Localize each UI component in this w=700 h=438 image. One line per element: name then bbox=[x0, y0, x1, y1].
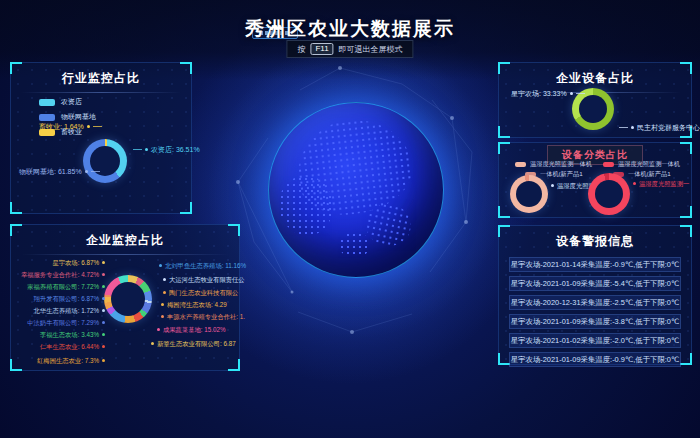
enterprise-label: 大运河生态牧业有限责任公 bbox=[163, 275, 245, 284]
callout-livestock: 畜牧业: 1.64% bbox=[39, 122, 102, 131]
legend-swatch bbox=[39, 114, 55, 121]
enterprise-label: 丰源水产养殖专业合作社: 1. bbox=[161, 312, 245, 321]
industry-donut-chart[interactable] bbox=[83, 139, 127, 183]
enterprise-label: 幸福服务专业合作社: 4.72% bbox=[15, 270, 105, 279]
legend-swatch bbox=[603, 162, 614, 167]
legend-label: 一体机(新产品1 bbox=[540, 170, 583, 179]
panel-title: 企业监控占比 bbox=[11, 225, 239, 249]
callout-store: 农资店: 36.51% bbox=[133, 145, 200, 154]
alarm-row: 星宇农场-2021-01-09采集温度:-3.8℃,低于下限:0℃ bbox=[509, 314, 681, 329]
enterprise-label: 李福生态农场: 3.43% bbox=[15, 330, 105, 339]
globe-continent-dots bbox=[279, 176, 331, 235]
enterprise-label: 家福养殖有限公司: 7.72% bbox=[15, 282, 105, 291]
legend-label: 温湿度光照监测一体机 bbox=[618, 160, 680, 169]
device-class-left-donut-chart[interactable] bbox=[510, 175, 548, 213]
enterprise-label: 星宇农场: 6.87% bbox=[15, 258, 105, 267]
legend-label: 一体机(新产品1 bbox=[628, 170, 671, 179]
enterprise-label: 中法奶牛有限公司: 7.29% bbox=[15, 318, 105, 327]
panel-industry-monitor: 行业监控占比 农资店 物联网基地 畜牧业 畜牧业: 1.64% 农资店: 36.… bbox=[10, 62, 192, 214]
globe-continent-dots bbox=[339, 232, 370, 258]
alarm-row: 星宇农场-2021-01-09采集温度:-0.9℃,低于下限:0℃ bbox=[509, 352, 681, 367]
callout-iot: 物联网基地: 61.85% bbox=[19, 167, 100, 176]
callout-device-class-right: 温湿度光照监测一 bbox=[633, 179, 689, 188]
legend-item-store[interactable]: 农资店 bbox=[39, 97, 191, 107]
panel-device-class: 设备分类占比 温湿度光照监测一体机 一体机(新产品1 温湿度光照监测一 温湿度光… bbox=[498, 142, 692, 218]
enterprise-label: 仁丰生态农业: 6.44% bbox=[15, 342, 105, 351]
device-class-right-donut-chart[interactable] bbox=[588, 173, 630, 215]
panel-title: 行业监控占比 bbox=[11, 63, 191, 87]
callout-device-share-left: 星宇农场: 33.33% bbox=[511, 89, 585, 98]
alarm-row: 星宇农场-2020-12-31采集温度:-2.5℃,低于下限:0℃ bbox=[509, 295, 681, 310]
alarm-row: 星宇农场-2021-01-14采集温度:-0.9℃,低于下限:0℃ bbox=[509, 257, 681, 272]
legend-swatch bbox=[39, 99, 55, 106]
panel-device-share: 企业设备占比 星宇农场: 33.33% 民主村党群服务中心: bbox=[498, 62, 692, 138]
enterprise-label: 陶门生态农业科技有限公 bbox=[163, 288, 238, 297]
panel-enterprise-monitor: 企业监控占比 星宇农场: 6.87% 幸福服务专业合作社: 4.72% 家福养殖… bbox=[10, 224, 240, 371]
enterprise-label: 红梅园生态农业: 7.3% bbox=[15, 356, 105, 365]
alarm-row: 星宇农场-2021-01-02采集温度:-2.0℃,低于下限:0℃ bbox=[509, 333, 681, 348]
enterprise-label: 北刘甲鱼生态养殖场: 11.16% bbox=[159, 261, 246, 270]
enterprise-label: 成果蔬菜基地: 15.02% bbox=[157, 325, 226, 334]
enterprise-label: 新篁生态农业有限公司: 6.87 bbox=[151, 339, 236, 348]
legend-item[interactable]: 温湿度光照监测一体机 bbox=[603, 160, 680, 169]
panel-alarms: 设备警报信息 星宇农场-2021-01-14采集温度:-0.9℃,低于下限:0℃… bbox=[498, 225, 692, 365]
panel-title: 设备警报信息 bbox=[499, 226, 691, 250]
divider bbox=[21, 92, 181, 93]
enterprise-label: 梅园湾生态农场: 4.29 bbox=[161, 300, 227, 309]
legend-item[interactable]: 温湿度光照监测一体机 bbox=[515, 160, 592, 169]
panel-title: 企业设备占比 bbox=[499, 63, 691, 87]
legend-swatch bbox=[515, 162, 526, 167]
legend-label: 温湿度光照监测一体机 bbox=[530, 160, 592, 169]
page-title: 秀洲区农业大数据展示 bbox=[0, 16, 700, 42]
globe bbox=[268, 102, 444, 278]
enterprise-label: 翔升发有限公司: 6.87% bbox=[15, 294, 105, 303]
legend-label: 物联网基地 bbox=[61, 112, 96, 122]
enterprise-donut-chart[interactable] bbox=[104, 275, 152, 323]
legend-label: 农资店 bbox=[61, 97, 82, 107]
divider bbox=[21, 254, 229, 255]
legend-item-iot[interactable]: 物联网基地 bbox=[39, 112, 191, 122]
alarm-row: 星宇农场-2021-01-09采集温度:-5.4℃,低于下限:0℃ bbox=[509, 276, 681, 291]
dashboard: 秀洲区农业大数据展示 按 F11 即可退出全屏模式 行业监控占比 bbox=[0, 0, 700, 438]
callout-device-share-right: 民主村党群服务中心: bbox=[619, 123, 700, 132]
enterprise-label: 北华生态养殖场: 1.72% bbox=[15, 306, 105, 315]
